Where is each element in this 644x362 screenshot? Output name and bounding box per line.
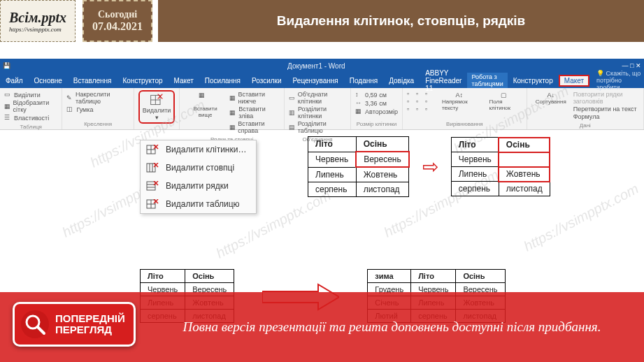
- tab-view[interactable]: Подання: [344, 77, 383, 85]
- preview-text: ПОПЕРЕДНІЙ ПЕРЕГЛЯД: [55, 313, 125, 336]
- table-before: ЛітоОсінь ЧервеньВересень ЛипеньЖовтень …: [308, 136, 410, 197]
- gridlines-button[interactable]: ▦Відобразити сітку: [4, 99, 57, 113]
- align-tl-icon[interactable]: ▫: [407, 90, 415, 97]
- delete-table-item[interactable]: Видалити таблицю: [141, 195, 256, 213]
- align-tc-icon[interactable]: ▫: [416, 90, 424, 97]
- table-after-cell-delete: ЛітоОсінь Червень ЛипеньЖовтень серпеньл…: [451, 137, 550, 196]
- delete-columns-icon: [146, 163, 159, 173]
- text-direction-button[interactable]: A↕Напрямок тексту: [438, 90, 481, 113]
- tab-home[interactable]: Основне: [29, 77, 68, 85]
- table-header: Літо: [451, 138, 499, 152]
- table-header-highlighted: Осінь: [499, 138, 550, 152]
- table-cell: Червень: [308, 152, 357, 167]
- tab-insert[interactable]: Вставлення: [68, 77, 117, 85]
- tab-file[interactable]: Файл: [0, 77, 29, 85]
- select-button[interactable]: ▭Виділити: [4, 91, 57, 99]
- align-tr-icon[interactable]: ▫: [425, 90, 434, 97]
- group-cellsize: ↕0,59 см ↔3,36 см ▦Авторозмір Розмір клі…: [351, 88, 403, 129]
- slide-title: Видалення клітинок, стовпців, рядків: [277, 13, 526, 29]
- pencil-icon: ✎: [66, 94, 73, 102]
- split-cells-button[interactable]: ▥Розділити клітинки: [289, 106, 346, 120]
- arrow-right-icon: ⇨: [422, 155, 438, 178]
- insert-below-button[interactable]: ▦Вставити нижче: [229, 91, 280, 105]
- table-header: Літо: [411, 270, 456, 283]
- preview-badge: ПОПЕРЕДНІЙ ПЕРЕГЛЯД: [13, 302, 136, 347]
- tab-table-layout[interactable]: Макет: [559, 75, 589, 87]
- formula-button[interactable]: Формула: [573, 113, 639, 120]
- align-bl-icon[interactable]: ▫: [407, 106, 415, 113]
- height-icon: ↕: [355, 91, 363, 99]
- delete-button[interactable]: Видалити ▾: [138, 90, 176, 124]
- delete-rows-item[interactable]: Видалити рядки: [141, 177, 256, 195]
- insert-left-button[interactable]: ▦Вставити зліва: [229, 106, 280, 120]
- group-label: Дані: [531, 122, 639, 129]
- group-label: Таблиця: [4, 124, 57, 130]
- align-bc-icon[interactable]: ▫: [416, 106, 424, 113]
- cell-margins-button[interactable]: ▢Поля клітинок: [485, 90, 522, 113]
- insert-right-button[interactable]: ▦Вставити справа: [229, 120, 280, 134]
- table-cell-highlighted: Вересень: [356, 152, 409, 167]
- align-mc-icon[interactable]: ▫: [416, 98, 424, 105]
- draw-table-button[interactable]: ✎Накреслити таблицю: [66, 91, 129, 105]
- align-ml-icon[interactable]: ▫: [407, 98, 415, 105]
- chevron-down-icon: ▾: [155, 114, 159, 121]
- tab-help[interactable]: Довідка: [383, 77, 420, 85]
- row-height[interactable]: ↕0,59 см: [355, 91, 398, 99]
- delete-cells-item[interactable]: Видалити клітинки…: [141, 140, 256, 159]
- table-header: Осінь: [185, 270, 234, 283]
- width-icon: ↔: [355, 99, 363, 107]
- context-tab-group: Робота з таблицями: [467, 73, 507, 88]
- save-icon[interactable]: 💾: [3, 62, 10, 69]
- table-header: Літо: [141, 270, 185, 283]
- delete-columns-item[interactable]: Видалити стовпці: [141, 159, 256, 177]
- tab-layout[interactable]: Макет: [169, 77, 199, 85]
- group-draw: ✎Накреслити таблицю ◫Гумка Креслення: [62, 88, 134, 129]
- delete-rows-icon: [146, 181, 159, 191]
- date-badge: Сьогодні 07.04.2021: [83, 0, 152, 42]
- merge-cells-button[interactable]: ▭Об'єднати клітинки: [289, 91, 346, 105]
- insert-above-button[interactable]: ▦ Вставити вище: [184, 90, 226, 135]
- eraser-icon: ◫: [66, 106, 74, 113]
- logo-url: https://vsimpptx.com: [9, 26, 66, 33]
- window-controls[interactable]: — □ ✕: [622, 62, 641, 69]
- align-mr-icon[interactable]: ▫: [425, 98, 434, 105]
- properties-button[interactable]: ☰Властивості: [4, 114, 57, 122]
- group-label: Креслення: [66, 121, 129, 127]
- document-title: Документ1 - Word: [10, 62, 622, 70]
- tab-references[interactable]: Посилання: [199, 77, 246, 85]
- select-icon: ▭: [4, 91, 12, 99]
- repeat-headers-button[interactable]: Повторити рядки заголовків: [573, 91, 639, 105]
- group-table: ▭Виділити ▦Відобразити сітку ☰Властивост…: [0, 88, 62, 129]
- tab-design[interactable]: Конструктор: [117, 77, 169, 85]
- align-grid[interactable]: ▫▫▫ ▫▫▫ ▫▫▫: [407, 90, 434, 113]
- insert-below-icon: ▦: [229, 94, 236, 102]
- tab-mailings[interactable]: Розсилки: [246, 77, 287, 85]
- delete-table-icon: [146, 199, 159, 209]
- tab-table-design[interactable]: Конструктор: [508, 77, 559, 85]
- ribbon-titlebar: 💾 Документ1 - Word — □ ✕: [0, 59, 644, 73]
- eraser-button[interactable]: ◫Гумка: [66, 106, 129, 113]
- date-value: 07.04.2021: [92, 20, 143, 33]
- table-cell: [499, 152, 550, 167]
- split-table-button[interactable]: ▤Розділити таблицю: [289, 120, 346, 134]
- grid-icon: ▦: [4, 103, 11, 110]
- convert-text-button[interactable]: Перетворити на текст: [573, 106, 639, 113]
- svg-rect-10: [147, 164, 155, 172]
- date-label: Сьогодні: [98, 9, 137, 20]
- table-cell: Жовтень: [356, 167, 409, 182]
- autofit-button[interactable]: ▦Авторозмір: [355, 108, 398, 115]
- table-cell: листопад: [356, 182, 409, 197]
- align-br-icon[interactable]: ▫: [425, 106, 434, 113]
- delete-cells-icon: [146, 145, 159, 154]
- margins-icon: ▢: [501, 92, 507, 99]
- group-label: Розмір клітинки: [355, 121, 398, 127]
- context-label: Робота з таблицями: [471, 73, 503, 87]
- merge-icon: ▭: [289, 94, 296, 102]
- group-data: A↓Сортування Повторити рядки заголовків …: [527, 88, 644, 129]
- text-dir-icon: A↕: [455, 92, 463, 99]
- sort-button[interactable]: A↓Сортування: [531, 90, 571, 121]
- col-width[interactable]: ↔3,36 см: [355, 99, 398, 107]
- word-ribbon: 💾 Документ1 - Word — □ ✕ Файл Основне Вс…: [0, 59, 644, 130]
- tab-review[interactable]: Рецензування: [287, 77, 344, 85]
- delete-dropdown: Видалити клітинки… Видалити стовпці Вида…: [140, 140, 257, 214]
